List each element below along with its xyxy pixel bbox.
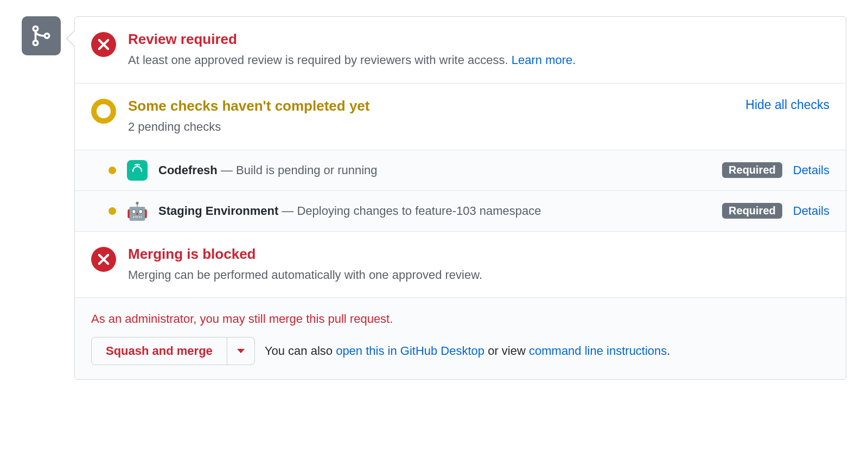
svg-point-2: [44, 34, 49, 38]
review-required-section: Review required At least one approved re…: [75, 17, 846, 84]
codefresh-icon: [127, 160, 148, 181]
pending-dot-icon: [108, 207, 116, 215]
caret-down-icon: [237, 349, 245, 353]
required-badge: Required: [722, 162, 782, 178]
open-github-desktop-link[interactable]: open this in GitHub Desktop: [336, 344, 484, 358]
review-required-desc: At least one approved review is required…: [128, 52, 829, 69]
checks-summary-section: Some checks haven't completed yet 2 pend…: [75, 84, 846, 150]
merge-status-panel: Review required At least one approved re…: [74, 16, 846, 380]
check-text: Codefresh — Build is pending or running: [158, 163, 711, 177]
check-text: Staging Environment — Deploying changes …: [158, 204, 711, 218]
svg-point-0: [33, 27, 37, 31]
merge-button-group: Squash and merge: [91, 337, 255, 365]
details-link[interactable]: Details: [793, 163, 829, 177]
pending-circle-icon: [91, 99, 116, 124]
merge-branch-icon: [22, 16, 61, 55]
svg-point-1: [33, 41, 37, 45]
robot-icon: 🤖: [127, 201, 148, 221]
required-badge: Required: [722, 203, 782, 219]
merge-footer: As an administrator, you may still merge…: [75, 298, 846, 379]
merging-blocked-desc: Merging can be performed automatically w…: [128, 267, 829, 284]
merging-blocked-section: Merging is blocked Merging can be perfor…: [75, 232, 846, 298]
review-required-title: Review required: [128, 31, 829, 48]
pending-dot-icon: [108, 167, 116, 174]
learn-more-link[interactable]: Learn more.: [512, 53, 576, 67]
merge-alt-text: You can also open this in GitHub Desktop…: [265, 344, 671, 358]
merging-blocked-title: Merging is blocked: [128, 246, 829, 263]
check-item: 🤖 Staging Environment — Deploying change…: [75, 191, 846, 232]
merge-options-dropdown-button[interactable]: [227, 337, 255, 365]
x-circle-icon: [91, 247, 116, 272]
hide-all-checks-link[interactable]: Hide all checks: [745, 98, 829, 112]
checks-summary-sub: 2 pending checks: [128, 119, 369, 136]
x-circle-icon: [91, 32, 116, 57]
squash-and-merge-button[interactable]: Squash and merge: [91, 337, 227, 365]
checks-summary-title: Some checks haven't completed yet: [128, 98, 369, 114]
details-link[interactable]: Details: [793, 204, 829, 218]
admin-override-note: As an administrator, you may still merge…: [91, 312, 829, 326]
command-line-instructions-link[interactable]: command line instructions: [529, 344, 667, 358]
check-item: Codefresh — Build is pending or running …: [75, 150, 846, 191]
